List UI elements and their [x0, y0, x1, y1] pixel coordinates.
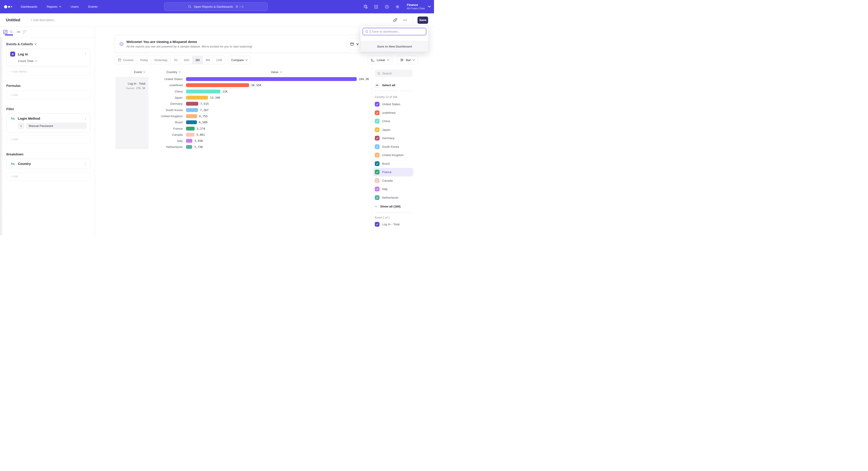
country-filter-row[interactable]: United States: [373, 100, 413, 109]
filter-operator[interactable]: =: [18, 123, 24, 129]
chart-bar[interactable]: [186, 90, 220, 93]
tab-bar-chart[interactable]: [9, 29, 14, 35]
country-filter-row[interactable]: France: [373, 168, 413, 176]
country-filter-row[interactable]: Italy: [373, 185, 413, 194]
nav-item-dashboards[interactable]: Dashboards: [21, 5, 37, 8]
data-connections-icon[interactable]: [364, 4, 368, 9]
add-formula-button[interactable]: + Add: [6, 91, 90, 99]
chart-bar[interactable]: [186, 83, 249, 87]
select-all-row[interactable]: Select all: [375, 83, 429, 88]
project-name: Finance: [407, 3, 425, 7]
save-to-new-dashboard-button[interactable]: Save to New Dashboard: [361, 41, 428, 52]
date-range-6m[interactable]: 6M: [203, 56, 213, 64]
panel-search-input[interactable]: Search: [375, 70, 412, 77]
checkmark-icon: [376, 223, 379, 226]
chart-bar[interactable]: [186, 145, 192, 149]
apps-grid-icon[interactable]: [374, 4, 378, 9]
country-filter-row[interactable]: Germany: [373, 134, 413, 143]
date-range-today[interactable]: Today: [137, 56, 151, 64]
country-checkbox[interactable]: [375, 102, 379, 107]
date-range-3m[interactable]: 3M: [192, 56, 203, 64]
chart-type-dropdown[interactable]: Bar: [397, 56, 418, 64]
project-switcher[interactable]: Finance All Project Data: [407, 3, 431, 10]
country-checkbox[interactable]: [375, 119, 379, 123]
date-range-30d[interactable]: 30D: [181, 56, 192, 64]
add-metric-button[interactable]: + Add Metric: [6, 67, 90, 76]
chart-bar[interactable]: [186, 127, 195, 130]
filter-card-login-method[interactable]: Aa Login Method ⋮ = Manual Password: [6, 114, 90, 133]
report-title[interactable]: Untitled: [6, 18, 20, 22]
global-search-button[interactable]: Open Reports & Dashboards ⌘ + K: [164, 2, 268, 11]
select-all-checkbox[interactable]: [375, 83, 379, 88]
column-header-value[interactable]: Value: [271, 70, 282, 74]
chart-bar[interactable]: [186, 102, 198, 106]
date-range-7d[interactable]: 7D: [170, 56, 181, 64]
copy-link-icon[interactable]: [393, 18, 397, 22]
country-filter-row[interactable]: United Kingdom: [373, 151, 413, 159]
kebab-menu-icon[interactable]: ⋮: [84, 52, 87, 55]
country-checkbox[interactable]: [375, 144, 379, 149]
active-tab-indicator: [5, 34, 13, 35]
country-filter-row[interactable]: Canada: [373, 176, 413, 185]
column-header-event[interactable]: Event: [134, 70, 146, 74]
chart-bar[interactable]: [186, 139, 192, 143]
add-breakdown-button[interactable]: + Add: [6, 172, 90, 180]
query-builder-sidebar: Events & Cohorts A Log In ⋮ Count Total …: [0, 27, 95, 235]
panel-divider: [375, 91, 412, 91]
add-filter-button[interactable]: + Add: [6, 135, 90, 143]
date-range-12m[interactable]: 12M: [213, 56, 225, 64]
chart-bar[interactable]: [186, 114, 197, 118]
date-range-yesterday[interactable]: Yesterday: [151, 56, 171, 64]
country-checkbox[interactable]: [375, 136, 379, 141]
save-button[interactable]: Save: [417, 17, 428, 24]
country-filter-row[interactable]: undefined: [373, 109, 413, 117]
mixpanel-logo-icon[interactable]: [4, 5, 14, 8]
chart-bar[interactable]: [186, 108, 198, 112]
event-filter-row[interactable]: Log In - Total: [375, 222, 429, 227]
aggregation-selector[interactable]: Count Total: [18, 59, 87, 63]
country-checkbox[interactable]: [375, 153, 379, 157]
country-checkbox[interactable]: [375, 110, 379, 115]
chart-bar[interactable]: [186, 133, 194, 137]
date-range-custom[interactable]: Custom: [115, 56, 137, 64]
compare-button[interactable]: Compare: [228, 56, 251, 64]
country-checkbox[interactable]: [375, 170, 379, 174]
tab-insights-chart[interactable]: [3, 29, 8, 35]
linear-axis-icon: [371, 58, 375, 62]
chart-scale-dropdown[interactable]: Linear: [368, 56, 393, 64]
event-checkbox[interactable]: [375, 222, 379, 227]
chart-bar[interactable]: [186, 120, 197, 124]
events-cohorts-header[interactable]: Events & Cohorts: [6, 42, 90, 46]
country-filter-row[interactable]: Netherlands: [373, 194, 413, 202]
help-icon[interactable]: ?: [385, 4, 389, 9]
country-checkbox[interactable]: [375, 178, 379, 183]
country-filter-row[interactable]: Brazil: [373, 159, 413, 168]
more-options-icon[interactable]: [403, 18, 407, 22]
nav-item-events[interactable]: Events: [88, 5, 97, 8]
view-sample-dataset-button[interactable]: V: [347, 38, 362, 50]
country-filter-label: Germany: [382, 137, 395, 140]
tab-flows[interactable]: [16, 29, 21, 35]
filter-value-field[interactable]: Manual Password: [26, 123, 87, 129]
country-checkbox[interactable]: [375, 195, 379, 200]
kebab-menu-icon[interactable]: ⋮: [84, 162, 87, 165]
kebab-menu-icon[interactable]: ⋮: [84, 117, 87, 120]
save-dashboard-search-input[interactable]: Save to dashboard...: [363, 28, 426, 35]
country-checkbox[interactable]: [375, 127, 379, 132]
country-filter-row[interactable]: Japan: [373, 125, 413, 134]
country-filter-row[interactable]: China: [373, 117, 413, 125]
column-header-country[interactable]: Country: [166, 70, 181, 74]
tab-retention[interactable]: [22, 29, 27, 35]
nav-item-reports[interactable]: Reports: [47, 5, 61, 8]
country-checkbox[interactable]: [375, 187, 379, 192]
chart-bar[interactable]: [186, 96, 208, 99]
settings-gear-icon[interactable]: [395, 4, 400, 9]
country-filter-row[interactable]: South Korea: [373, 143, 413, 151]
show-all-button[interactable]: Show all (184): [375, 205, 429, 208]
country-checkbox[interactable]: [375, 161, 379, 166]
add-description-field[interactable]: + Add description...: [31, 18, 57, 22]
breakdown-card-country[interactable]: Aa Country ⋮: [6, 159, 90, 169]
chart-bar[interactable]: [186, 77, 357, 81]
metric-card-log-in[interactable]: A Log In ⋮ Count Total: [6, 49, 90, 66]
nav-item-users[interactable]: Users: [71, 5, 79, 8]
